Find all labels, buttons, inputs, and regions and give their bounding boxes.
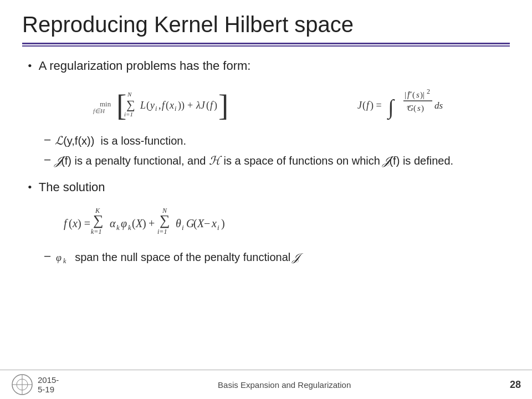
svg-text:s: s	[417, 104, 421, 112]
svg-text:x: x	[211, 217, 217, 229]
svg-text:φ: φ	[56, 252, 62, 263]
svg-text:(: (	[146, 100, 150, 111]
svg-text:]: ]	[218, 89, 228, 122]
svg-text:G: G	[407, 104, 413, 112]
svg-text:∑: ∑	[93, 212, 104, 228]
footer: 2015-5-19 Basis Expansion and Regulariza…	[0, 370, 532, 399]
svg-text:|: |	[405, 90, 406, 99]
svg-text:i: i	[155, 105, 157, 112]
svg-text:N: N	[127, 91, 132, 98]
dash-1: –	[44, 133, 50, 146]
svg-text:α: α	[110, 217, 116, 229]
svg-text:x: x	[169, 100, 174, 111]
svg-text:k: k	[116, 223, 120, 232]
formula-min-svg: min f∈H [ N ∑ i=1 L ( y i , f ( x i ))	[61, 80, 294, 130]
bullet-2-text: The solution	[39, 179, 105, 196]
bullet-icon-1: •	[28, 59, 32, 73]
sub-bullet-1: – ℒ(y,f(x)) is a loss-function.	[44, 133, 504, 149]
svg-text:(: (	[413, 104, 416, 113]
svg-text:i: i	[182, 223, 184, 232]
slide-title: Reproducing Kernel Hilbert space	[22, 12, 510, 37]
svg-text:(: (	[166, 100, 169, 111]
footer-page: 28	[510, 379, 521, 391]
svg-text:∫: ∫	[387, 95, 395, 120]
svg-text:,: ,	[158, 100, 161, 111]
svg-text:∑: ∑	[126, 98, 135, 111]
j-symbol: 𝒥	[293, 249, 299, 265]
dash-2: –	[44, 153, 50, 166]
svg-text:i: i	[175, 105, 176, 112]
sub-text-3: φ k span the null space of the penalty f…	[55, 249, 299, 265]
divider-top	[22, 43, 510, 44]
svg-text:L: L	[140, 100, 146, 111]
svg-text:)|: )|	[420, 90, 424, 100]
divider-container	[0, 43, 532, 47]
formula-1-container: min f∈H [ N ∑ i=1 L ( y i , f ( x i ))	[28, 80, 504, 130]
svg-text:(: (	[362, 100, 366, 111]
svg-text:k: k	[128, 223, 131, 232]
svg-text:λJ: λJ	[196, 100, 206, 111]
svg-text:s: s	[416, 90, 420, 99]
svg-text:(: (	[132, 217, 136, 230]
formula-2-container: f ( x ) = K ∑ k=1 α k φ k ( X ) + N	[61, 201, 504, 247]
svg-text:(: (	[206, 100, 209, 111]
sub-text-2: 𝒥(f) is a penalty functional, and ℋ is a…	[55, 153, 453, 169]
svg-text:k: k	[63, 257, 66, 265]
svg-text:+: +	[149, 217, 155, 229]
slide: Reproducing Kernel Hilbert space • A reg…	[0, 0, 532, 399]
svg-text:i: i	[217, 223, 219, 232]
sub-bullets-1: – ℒ(y,f(x)) is a loss-function. – 𝒥(f) i…	[44, 133, 504, 172]
sub-text-1: ℒ(y,f(x)) is a loss-function.	[55, 133, 186, 149]
svg-text:): )	[142, 217, 146, 230]
svg-text:X: X	[135, 217, 143, 229]
divider-bottom	[22, 45, 510, 47]
sub-bullets-2: – φ k span the null space of the penalty…	[44, 249, 504, 268]
svg-text:φ: φ	[121, 217, 127, 230]
dash-3: –	[44, 249, 50, 262]
svg-text:min: min	[100, 100, 111, 108]
bullet-1-text: A regularization problems has the form:	[39, 58, 251, 75]
svg-text:+: +	[187, 100, 193, 111]
svg-text:) =: ) =	[78, 217, 90, 230]
svg-text:): )	[221, 217, 225, 230]
svg-text:y: y	[149, 100, 155, 111]
sub-bullet-3: – φ k span the null space of the penalty…	[44, 249, 504, 265]
svg-text:J: J	[357, 100, 362, 111]
svg-text:2: 2	[427, 88, 430, 95]
title-bar: Reproducing Kernel Hilbert space	[0, 0, 532, 43]
footer-center-text: Basis Expansion and Regularization	[59, 380, 510, 390]
svg-text:f: f	[64, 217, 68, 230]
svg-text:k=1: k=1	[91, 228, 101, 236]
sub-bullet-2: – 𝒥(f) is a penalty functional, and ℋ is…	[44, 153, 504, 169]
phi-k-text: span the null space of the penalty funct…	[75, 249, 290, 265]
bullet-icon-2: •	[28, 180, 32, 195]
formula-fx-svg: f ( x ) = K ∑ k=1 α k φ k ( X ) + N	[61, 201, 338, 245]
svg-text:−: −	[204, 217, 210, 229]
svg-text:) =: ) =	[370, 100, 382, 111]
footer-logo	[11, 374, 33, 396]
phi-k-inline: φ k	[55, 249, 73, 265]
svg-text:)): ))	[178, 100, 185, 111]
svg-text:): )	[421, 104, 424, 113]
bullet-1: • A regularization problems has the form…	[28, 58, 504, 75]
formula-jf-svg: J ( f ) = ∫ | ~ f ( s )| 2 ~ G (	[355, 80, 493, 130]
content-area: • A regularization problems has the form…	[0, 52, 532, 370]
svg-text:(: (	[69, 217, 73, 230]
bullet-2: • The solution	[28, 179, 504, 196]
svg-text:(: (	[193, 217, 197, 230]
svg-text:f∈H: f∈H	[93, 108, 105, 114]
svg-text:i=1: i=1	[124, 111, 133, 117]
footer-date-left: 2015-5-19	[38, 375, 59, 394]
svg-text:θ: θ	[176, 217, 181, 229]
svg-text:∑: ∑	[160, 212, 170, 228]
svg-text:i=1: i=1	[157, 228, 167, 236]
svg-text:): )	[214, 100, 217, 111]
svg-text:(: (	[412, 90, 415, 100]
svg-text:ds: ds	[434, 100, 443, 111]
svg-text:X: X	[197, 217, 204, 229]
svg-text:x: x	[72, 217, 78, 229]
